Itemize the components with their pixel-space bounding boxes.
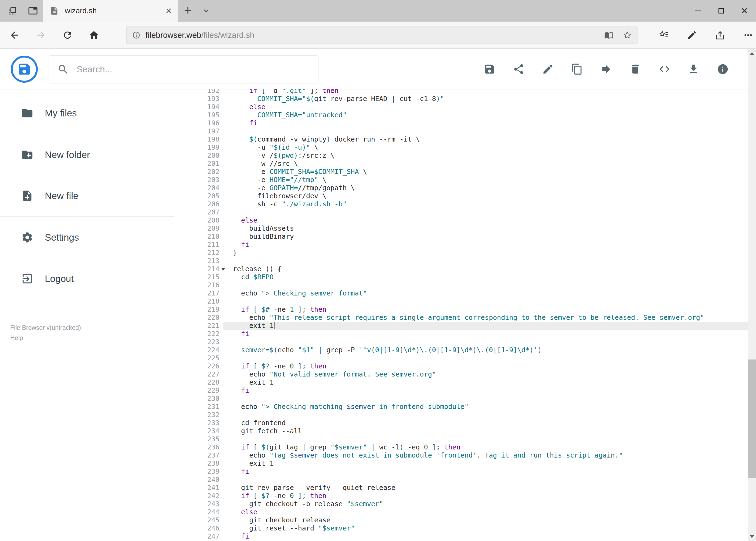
code-line-203[interactable]: 203 -e HOME="//tmp" \ <box>174 176 756 184</box>
code-line-242[interactable]: 242 if [ $? -ne 0 ]; then <box>174 492 756 500</box>
code-line-236[interactable]: 236 if [ $(git tag | grep "$semver" | wc… <box>174 443 756 451</box>
code-line-231[interactable]: 231 echo "> Checking matching $semver in… <box>174 403 756 411</box>
refresh-button[interactable] <box>57 25 78 45</box>
page-info-icon[interactable] <box>132 31 140 39</box>
back-button[interactable] <box>4 25 25 45</box>
search-input[interactable] <box>77 64 310 75</box>
code-line-214[interactable]: 214release () { <box>174 265 756 273</box>
code-line-226[interactable]: 226 if [ $? -ne 0 ]; then <box>174 362 756 370</box>
browser-tab[interactable]: wizard.sh × <box>43 0 178 22</box>
sidebar-item-settings[interactable]: Settings <box>0 217 174 258</box>
sidebar-item-my-files[interactable]: My files <box>0 93 174 134</box>
code-line-210[interactable]: 210 buildBinary <box>174 233 756 241</box>
download-button[interactable] <box>687 63 700 75</box>
page-scrollbar[interactable] <box>748 49 756 541</box>
code-line-218[interactable]: 218 <box>174 297 756 305</box>
code-line-209[interactable]: 209 buildAssets <box>174 225 756 233</box>
code-line-213[interactable]: 213 <box>174 257 756 265</box>
code-line-229[interactable]: 229 fi <box>174 386 756 395</box>
tab-close-icon[interactable]: × <box>166 6 172 16</box>
code-line-195[interactable]: 195 COMMIT_SHA="untracked" <box>174 111 756 119</box>
help-link[interactable]: Help <box>10 333 174 343</box>
hub-icon[interactable] <box>656 26 671 44</box>
code-line-221[interactable]: 221 exit 1 <box>174 322 756 330</box>
delete-button[interactable] <box>629 63 641 75</box>
code-line-228[interactable]: 228 exit 1 <box>174 378 756 386</box>
code-line-198[interactable]: 198 $(command -v winpty) docker run --rm… <box>174 135 756 144</box>
code-line-247[interactable]: 247 fi <box>174 532 756 540</box>
reading-view-icon[interactable] <box>604 31 614 40</box>
favorite-icon[interactable] <box>623 31 632 40</box>
scroll-up-arrow-icon[interactable] <box>748 49 756 58</box>
code-line-192[interactable]: 192 if [ -d ".git" ]; then <box>174 89 756 95</box>
code-line-216[interactable]: 216 <box>174 281 756 289</box>
info-button[interactable] <box>717 63 729 75</box>
code-line-227[interactable]: 227 echo "Not valid semver format. See s… <box>174 370 756 378</box>
code-line-212[interactable]: 212} <box>174 249 756 257</box>
code-line-202[interactable]: 202 -e COMMIT_SHA=$COMMIT_SHA \ <box>174 168 756 176</box>
share-page-icon[interactable] <box>712 26 728 44</box>
code-line-197[interactable]: 197 <box>174 127 756 135</box>
code-line-235[interactable]: 235 <box>174 435 756 443</box>
code-line-199[interactable]: 199 -u "$(id -u)" \ <box>174 144 756 152</box>
close-button[interactable]: × <box>733 0 756 22</box>
code-line-215[interactable]: 215 cd $REPO <box>174 273 756 281</box>
search-box[interactable] <box>49 55 319 84</box>
forward-button[interactable] <box>31 25 51 45</box>
scroll-down-arrow-icon[interactable] <box>748 532 756 541</box>
code-line-222[interactable]: 222 fi <box>174 330 756 338</box>
code-line-220[interactable]: 220 echo "This release script requires a… <box>174 313 756 322</box>
rename-button[interactable] <box>542 63 554 75</box>
code-line-196[interactable]: 196 fi <box>174 119 756 127</box>
move-button[interactable] <box>600 63 613 75</box>
code-line-243[interactable]: 243 git checkout -b release "$semver" <box>174 500 756 508</box>
code-line-200[interactable]: 200 -v /$(pwd):/src:z \ <box>174 152 756 160</box>
sidebar-item-new-folder[interactable]: New folder <box>0 134 174 175</box>
share-button[interactable] <box>513 63 525 75</box>
code-line-205[interactable]: 205 filebrowser/dev \ <box>174 192 756 200</box>
set-tabs-aside-icon[interactable] <box>2 0 23 22</box>
scrollbar-thumb[interactable] <box>748 359 756 478</box>
code-line-240[interactable]: 240 <box>174 476 756 484</box>
code-editor[interactable]: 192 if [ -d ".git" ]; then193 COMMIT_SHA… <box>174 89 756 541</box>
code-line-208[interactable]: 208 else <box>174 216 756 225</box>
maximize-button[interactable] <box>710 0 733 22</box>
tab-preview-icon[interactable] <box>23 0 43 22</box>
code-line-234[interactable]: 234 git fetch --all <box>174 427 756 435</box>
code-line-211[interactable]: 211 fi <box>174 241 756 249</box>
address-bar[interactable]: filebrowser.web/files/wizard.sh <box>126 26 637 44</box>
new-tab-button[interactable]: + <box>178 0 197 22</box>
code-line-193[interactable]: 193 COMMIT_SHA="$(git rev-parse HEAD | c… <box>174 95 756 103</box>
code-line-246[interactable]: 246 git reset --hard "$semver" <box>174 524 756 532</box>
raw-button[interactable] <box>658 63 671 75</box>
save-button[interactable] <box>483 63 496 75</box>
code-line-237[interactable]: 237 echo "Tag $semver does not exist in … <box>174 451 756 459</box>
code-line-206[interactable]: 206 sh -c "./wizard.sh -b" <box>174 200 756 208</box>
code-line-201[interactable]: 201 -w //src \ <box>174 160 756 168</box>
chevron-down-icon[interactable] <box>197 0 215 22</box>
code-line-233[interactable]: 233 cd frontend <box>174 419 756 427</box>
code-line-223[interactable]: 223 <box>174 338 756 346</box>
code-line-241[interactable]: 241 git rev-parse --verify --quiet relea… <box>174 484 756 492</box>
code-line-219[interactable]: 219 if [ $# -ne 1 ]; then <box>174 305 756 313</box>
sidebar-item-new-file[interactable]: New file <box>0 175 174 217</box>
code-line-245[interactable]: 245 git checkout release <box>174 516 756 524</box>
code-line-225[interactable]: 225 <box>174 354 756 362</box>
code-line-244[interactable]: 244 else <box>174 508 756 516</box>
sidebar-item-logout[interactable]: Logout <box>0 258 174 299</box>
code-line-207[interactable]: 207 <box>174 208 756 216</box>
home-button[interactable] <box>84 25 104 45</box>
annotate-icon[interactable] <box>684 26 700 44</box>
minimize-button[interactable] <box>686 0 710 22</box>
more-icon[interactable] <box>741 26 756 44</box>
copy-button[interactable] <box>571 63 583 75</box>
code-line-217[interactable]: 217 echo "> Checking semver format" <box>174 289 756 297</box>
code-line-194[interactable]: 194 else <box>174 103 756 111</box>
fold-arrow-icon[interactable] <box>221 268 225 270</box>
filebrowser-logo[interactable] <box>11 56 38 83</box>
code-line-230[interactable]: 230 <box>174 395 756 403</box>
code-line-232[interactable]: 232 <box>174 411 756 419</box>
code-line-204[interactable]: 204 -e GOPATH=//tmp/gopath \ <box>174 184 756 192</box>
code-line-224[interactable]: 224 semver=$(echo "$1" | grep -P '^v(0|[… <box>174 346 756 354</box>
code-line-239[interactable]: 239 fi <box>174 467 756 476</box>
